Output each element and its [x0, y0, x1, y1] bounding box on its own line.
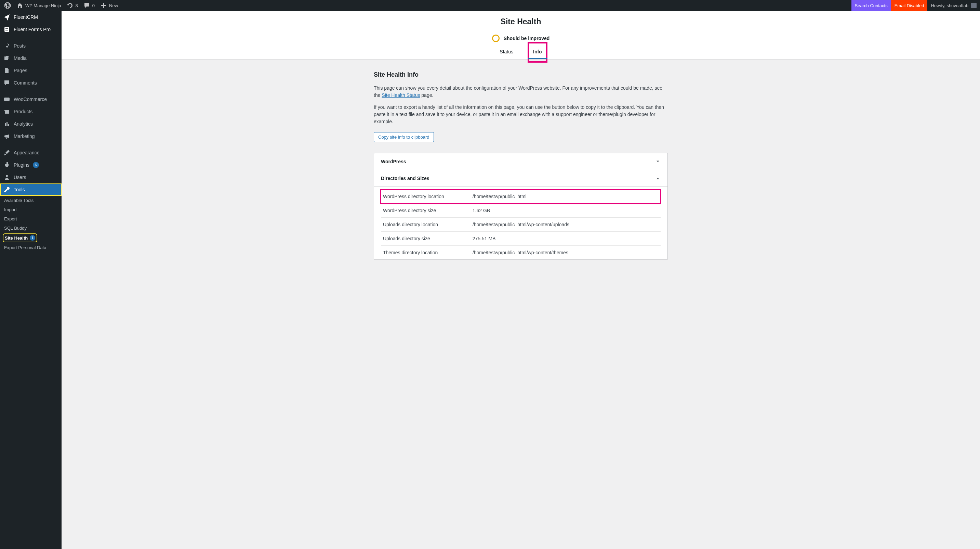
table-row: Uploads directory size275.51 MB [381, 232, 661, 246]
my-account[interactable]: Howdy, shuvoaftab [928, 0, 980, 11]
submenu-item-label: Site Health [5, 236, 28, 241]
menu-item-label: Marketing [14, 134, 35, 139]
howdy-text: Howdy, shuvoaftab [931, 3, 968, 8]
archive-icon [3, 108, 10, 115]
search-contacts-button[interactable]: Search Contacts [851, 0, 891, 11]
chevron-up-icon [655, 176, 661, 181]
comments-count: 0 [92, 3, 95, 8]
admin-bar: WP Manage Ninja 8 0 New Search Contacts … [0, 0, 980, 11]
table-cell-label: WordPress directory size [381, 204, 471, 218]
svg-point-4 [6, 175, 8, 177]
count-badge: 6 [33, 162, 39, 168]
submenu-item-import[interactable]: Import [0, 205, 62, 214]
menu-item-fluentcrm[interactable]: FluentCRM [0, 11, 62, 23]
site-name-text: WP Manage Ninja [25, 3, 61, 8]
table-cell-value: /home/testwp/public_html/wp-content/them… [471, 246, 661, 260]
chart-icon [3, 120, 10, 127]
avatar [971, 3, 977, 8]
megaphone-icon [3, 133, 10, 140]
submenu-item-sql-buddy[interactable]: SQL Buddy [0, 223, 62, 233]
menu-item-marketing[interactable]: Marketing [0, 130, 62, 142]
accordion-heading-wordpress[interactable]: WordPress [374, 153, 667, 170]
menu-item-woocommerce[interactable]: WooCommerce [0, 93, 62, 105]
intro-paragraph-1: This page can show you every detail abou… [374, 85, 668, 99]
email-disabled-button[interactable]: Email Disabled [891, 0, 928, 11]
accordion-body-directories: WordPress directory location/home/testwp… [374, 187, 667, 259]
directories-table: WordPress directory location/home/testwp… [381, 190, 661, 259]
wordpress-icon [4, 2, 11, 9]
menu-item-media[interactable]: Media [0, 52, 62, 64]
progress-ring-icon [492, 35, 500, 42]
svg-rect-0 [5, 27, 9, 32]
menu-item-label: Pages [14, 68, 27, 73]
menu-item-label: Tools [14, 187, 25, 192]
form-icon [3, 26, 10, 33]
menu-item-label: Plugins [14, 162, 29, 168]
table-cell-value: /home/testwp/public_html/wp-content/uplo… [471, 218, 661, 232]
menu-item-label: Analytics [14, 121, 33, 127]
menu-separator [0, 35, 62, 40]
accordion-heading-directories[interactable]: Directories and Sizes [374, 170, 667, 187]
menu-item-analytics[interactable]: Analytics [0, 118, 62, 130]
new-label: New [109, 3, 118, 8]
home-icon [16, 2, 23, 9]
site-name[interactable]: WP Manage Ninja [14, 0, 64, 11]
submenu-item-site-health[interactable]: Site Health1 [0, 233, 62, 243]
intro-paragraph-2: If you want to export a handy list of al… [374, 104, 668, 125]
pin-icon [3, 42, 10, 49]
table-cell-label: Uploads directory size [381, 232, 471, 246]
page-title: Site Health [62, 11, 980, 29]
content-area: Site Health Should be improved Status In… [62, 0, 980, 280]
site-health-tabs: Status Info [62, 46, 980, 59]
updates[interactable]: 8 [64, 0, 81, 11]
count-badge: 1 [30, 235, 35, 241]
submenu-item-export[interactable]: Export [0, 214, 62, 223]
table-cell-label: Uploads directory location [381, 218, 471, 232]
submenu-item-available-tools[interactable]: Available Tools [0, 196, 62, 205]
menu-item-products[interactable]: Products [0, 105, 62, 118]
section-heading: Site Health Info [374, 71, 668, 78]
table-cell-value: /home/testwp/public_html [471, 190, 661, 204]
table-cell-value: 275.51 MB [471, 232, 661, 246]
menu-item-posts[interactable]: Posts [0, 40, 62, 52]
menu-item-pages[interactable]: Pages [0, 64, 62, 77]
menu-item-users[interactable]: Users [0, 171, 62, 184]
paper-plane-icon [3, 14, 10, 21]
menu-item-plugins[interactable]: Plugins6 [0, 159, 62, 171]
menu-item-tools[interactable]: Tools [0, 184, 62, 196]
menu-item-fluentforms[interactable]: Fluent Forms Pro [0, 23, 62, 35]
progress-label: Should be improved [504, 35, 550, 41]
copy-site-info-button[interactable]: Copy site info to clipboard [374, 132, 434, 142]
menu-item-label: Users [14, 174, 26, 180]
menu-item-label: Fluent Forms Pro [14, 27, 51, 32]
new-content[interactable]: New [97, 0, 121, 11]
refresh-icon [67, 2, 73, 9]
menu-item-label: Posts [14, 43, 25, 49]
brush-icon [3, 149, 10, 156]
pages-icon [3, 67, 10, 74]
comments[interactable]: 0 [81, 0, 97, 11]
svg-rect-2 [5, 30, 8, 30]
admin-menu: FluentCRMFluent Forms ProPostsMediaPages… [0, 11, 62, 280]
tab-status[interactable]: Status [498, 46, 515, 59]
comment-icon [83, 2, 90, 9]
menu-item-appearance[interactable]: Appearance [0, 147, 62, 159]
table-row: Uploads directory location/home/testwp/p… [381, 218, 661, 232]
svg-rect-1 [5, 29, 8, 29]
wp-logo[interactable] [2, 0, 14, 11]
tab-info[interactable]: Info [531, 46, 544, 59]
submenu-item-export-personal[interactable]: Export Personal Data [0, 243, 62, 252]
plug-icon [3, 161, 10, 168]
menu-item-label: Media [14, 56, 27, 61]
menu-item-label: FluentCRM [14, 14, 38, 20]
site-health-status-link[interactable]: Site Health Status [382, 93, 420, 98]
user-icon [3, 174, 10, 181]
menu-item-label: Appearance [14, 150, 40, 155]
plus-icon [100, 2, 107, 9]
woo-icon [3, 96, 10, 103]
menu-item-label: Comments [14, 80, 37, 86]
menu-item-comments[interactable]: Comments [0, 77, 62, 89]
table-row: WordPress directory location/home/testwp… [381, 190, 661, 204]
table-row: Themes directory location/home/testwp/pu… [381, 246, 661, 260]
site-health-progress: Should be improved [62, 29, 980, 46]
